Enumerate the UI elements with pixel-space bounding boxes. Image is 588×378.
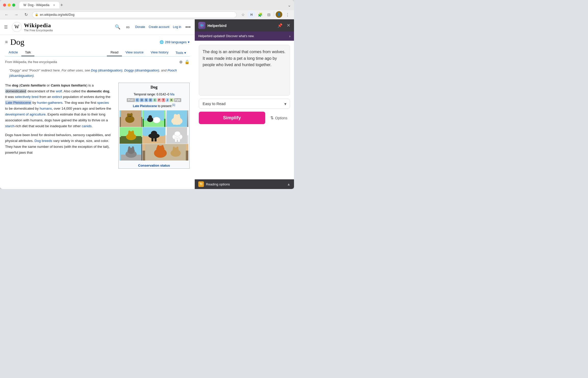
- ts-c2[interactable]: C: [153, 98, 157, 102]
- infobox-title: Dog: [119, 83, 189, 92]
- url-bar[interactable]: 🔒 en.wikipedia.org/wiki/Dog: [32, 11, 237, 18]
- reader-mode-icon[interactable]: ⊟: [265, 11, 272, 18]
- page-title: Dog: [10, 37, 157, 47]
- more-options-icon[interactable]: ⋮: [284, 11, 291, 18]
- add-article-icon[interactable]: ⊕: [179, 60, 183, 64]
- ts-prec[interactable]: PreC: [127, 98, 135, 102]
- hunter-gatherers-link[interactable]: hunter-gatherers: [37, 101, 63, 105]
- login-link[interactable]: Log in: [173, 25, 181, 29]
- tab-talk[interactable]: Talk: [21, 49, 34, 56]
- starch-link[interactable]: starch: [5, 124, 15, 128]
- tools-button[interactable]: Tools ▾: [172, 49, 190, 56]
- profile-avatar[interactable]: 👤: [276, 11, 282, 18]
- wolf-link[interactable]: wolf: [56, 89, 62, 93]
- infobox-ref[interactable]: [1]: [172, 104, 175, 106]
- ma-link[interactable]: Ma: [170, 93, 174, 96]
- divider: [274, 11, 274, 16]
- bookmark-icon[interactable]: ☆: [239, 11, 246, 18]
- tab-view-history[interactable]: View history: [147, 49, 172, 56]
- ts-o[interactable]: O: [140, 98, 144, 102]
- languages-button[interactable]: 🌐 269 languages ▾: [160, 40, 190, 44]
- update-text: Helperbird updated! Discover what's new.: [198, 34, 254, 38]
- extinct-link[interactable]: extinct: [52, 95, 62, 99]
- wikipedia-panel: ☰ W Wikipedia The Free Encyclopedia 🔍 ∞: [0, 19, 195, 189]
- tab-close-button[interactable]: ✕: [53, 4, 55, 7]
- tab-bar: W Dog - Wikipedia ✕ +: [19, 2, 286, 8]
- svg-rect-38: [178, 138, 180, 142]
- svg-point-43: [128, 146, 131, 151]
- create-account-link[interactable]: Create account: [149, 25, 169, 29]
- tab-favicon: W: [23, 3, 26, 7]
- ts-c[interactable]: C: [135, 98, 139, 102]
- wiki-header: ☰ W Wikipedia The Free Encyclopedia 🔍 ∞: [0, 19, 195, 35]
- pin-icon[interactable]: 📌: [277, 23, 283, 28]
- active-tab[interactable]: W Dog - Wikipedia ✕: [19, 2, 59, 8]
- infobox-img-4: [120, 127, 142, 144]
- new-tab-button[interactable]: +: [60, 3, 63, 8]
- tab-article[interactable]: Article: [5, 49, 21, 56]
- ts-j[interactable]: J: [166, 98, 169, 102]
- tab-end-controls: ⌄: [288, 3, 291, 8]
- late-pleistocene-link[interactable]: Late Pleistocene: [6, 101, 31, 105]
- wiki-menu-icon[interactable]: ☰: [4, 25, 8, 30]
- simplified-text-area[interactable]: [199, 45, 290, 96]
- svg-point-8: [130, 116, 131, 117]
- wiki-tabs: Article Talk Read View source View histo…: [5, 49, 190, 56]
- donate-link[interactable]: Donate: [135, 25, 145, 29]
- intro-paragraph: The dog (Canis familiaris or Canis lupus…: [5, 83, 112, 129]
- simplify-button[interactable]: Simplify: [199, 112, 265, 124]
- infobox-img-3: [166, 110, 188, 127]
- humans-link[interactable]: humans: [40, 107, 52, 110]
- ts-p[interactable]: P: [157, 98, 161, 102]
- toc-icon[interactable]: ≡: [5, 39, 8, 45]
- late-pleistocene-infobox-link[interactable]: Late Pleistocene: [133, 104, 157, 108]
- languages-label: 269 languages: [165, 40, 187, 44]
- dog-disambiguation-link[interactable]: Dog (disambiguation): [91, 68, 122, 72]
- wiki-logo[interactable]: W: [12, 22, 22, 32]
- tab-title: Dog - Wikipedia: [28, 3, 49, 7]
- extension-icon-2[interactable]: 🧩: [257, 11, 264, 18]
- helperbird-footer[interactable]: Tr Reading options ▲: [195, 179, 294, 189]
- forward-button[interactable]: →: [13, 11, 20, 18]
- helperbird-update-bar[interactable]: Helperbird updated! Discover what's new.…: [195, 32, 294, 41]
- infobox-period: Late Pleistocene to present [1]: [119, 103, 189, 109]
- svg-point-18: [177, 114, 180, 118]
- minimize-button[interactable]: [8, 4, 11, 7]
- helperbird-close-button[interactable]: ✕: [287, 23, 290, 28]
- helperbird-logo: 🐦: [198, 22, 205, 29]
- dog-breeds-link[interactable]: Dog breeds: [35, 139, 52, 143]
- wiki-search-icon[interactable]: 🔍: [115, 24, 120, 30]
- species-link[interactable]: species: [97, 101, 109, 105]
- wiki-header-links: Donate Create account Log in: [135, 25, 181, 29]
- reading-mode-dropdown-wrapper: Easy to Read Simple Basic: [199, 99, 290, 109]
- extension-icon-1[interactable]: H: [248, 11, 255, 18]
- options-button[interactable]: ⇅ Options: [268, 113, 290, 123]
- svg-rect-33: [155, 137, 157, 141]
- back-button[interactable]: ←: [3, 11, 10, 18]
- ts-pgn[interactable]: PgN: [174, 98, 181, 102]
- ts-t[interactable]: T: [162, 98, 165, 102]
- reload-button[interactable]: ↻: [22, 11, 30, 18]
- infobox-conservation-status[interactable]: Conservation status: [119, 162, 189, 168]
- doggy-disambiguation-link[interactable]: Doggy (disambiguation): [124, 68, 159, 72]
- selectively-bred-link[interactable]: selectively bred: [15, 95, 38, 99]
- svg-point-13: [148, 115, 152, 119]
- agriculture-link[interactable]: development of agriculture: [5, 112, 46, 116]
- ts-d[interactable]: D: [149, 98, 152, 102]
- wiki-from-line: From Wikipedia, the free encyclopedia ⊕ …: [5, 60, 190, 64]
- translate-icon: 🌐: [160, 40, 164, 44]
- reading-mode-dropdown[interactable]: Easy to Read Simple Basic: [199, 99, 290, 109]
- close-button[interactable]: [3, 4, 6, 7]
- wiki-more-icon[interactable]: •••: [185, 24, 191, 30]
- svg-text:🐦: 🐦: [200, 23, 204, 27]
- ts-k[interactable]: K: [170, 98, 173, 102]
- tab-read[interactable]: Read: [107, 49, 122, 56]
- ts-s[interactable]: S: [144, 98, 148, 102]
- wiki-infobox: Dog Temporal range: 0.0142–0 Ma PreC C O…: [118, 83, 190, 169]
- wiki-infinity-icon[interactable]: ∞: [126, 24, 130, 30]
- canids-link[interactable]: canids: [82, 124, 92, 128]
- fullscreen-button[interactable]: [12, 4, 15, 7]
- lock-article-icon[interactable]: 🔒: [185, 60, 190, 64]
- svg-rect-37: [175, 138, 177, 142]
- tab-view-source[interactable]: View source: [122, 49, 147, 56]
